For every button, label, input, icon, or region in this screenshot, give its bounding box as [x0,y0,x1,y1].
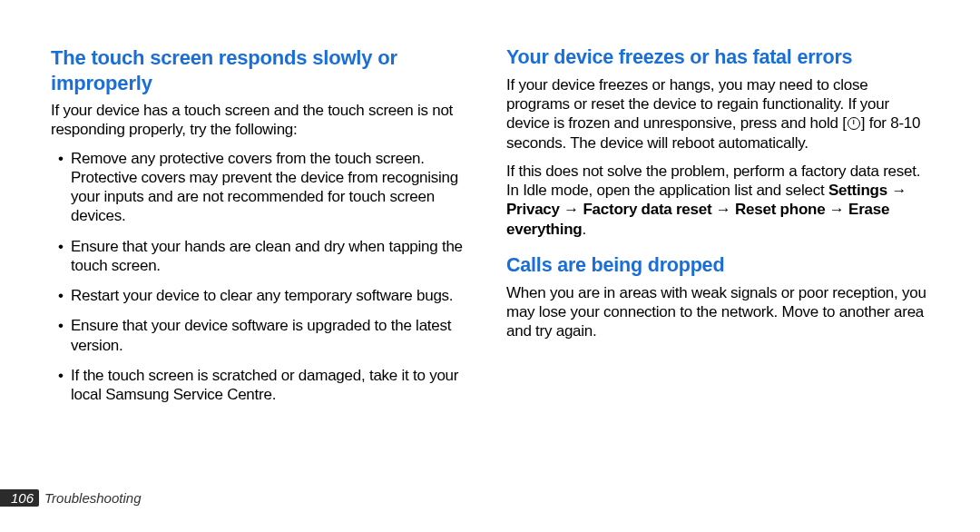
list-item: Ensure that your hands are clean and dry… [51,237,474,276]
right-column: Your device freezes or has fatal errors … [506,45,929,532]
text-segment: If your device freezes or hangs, you may… [506,76,889,133]
list-item: Ensure that your device software is upgr… [51,316,474,355]
power-icon [848,117,860,130]
left-column: The touch screen responds slowly or impr… [51,45,474,532]
page-content: The touch screen responds slowly or impr… [0,0,980,532]
list-item: If the touch screen is scratched or dama… [51,366,474,405]
freezes-para1: If your device freezes or hangs, you may… [506,75,929,153]
list-item: Restart your device to clear any tempora… [51,286,474,305]
calls-para: When you are in areas with weak signals … [506,283,929,341]
heading-freezes: Your device freezes or has fatal errors [506,45,929,70]
heading-calls: Calls are being dropped [506,253,929,278]
page-footer: 106 Troubleshooting [0,489,142,507]
page-number: 106 [0,489,39,507]
touchscreen-bullets: Remove any protective covers from the to… [51,149,474,405]
list-item: Remove any protective covers from the to… [51,149,474,226]
touchscreen-intro: If your device has a touch screen and th… [51,101,474,140]
freezes-para2: If this does not solve the problem, perf… [506,162,929,239]
footer-section-label: Troubleshooting [44,490,141,506]
text-segment: . [582,221,585,238]
heading-touchscreen: The touch screen responds slowly or impr… [51,45,474,95]
section-calls: Calls are being dropped When you are in … [506,253,929,341]
